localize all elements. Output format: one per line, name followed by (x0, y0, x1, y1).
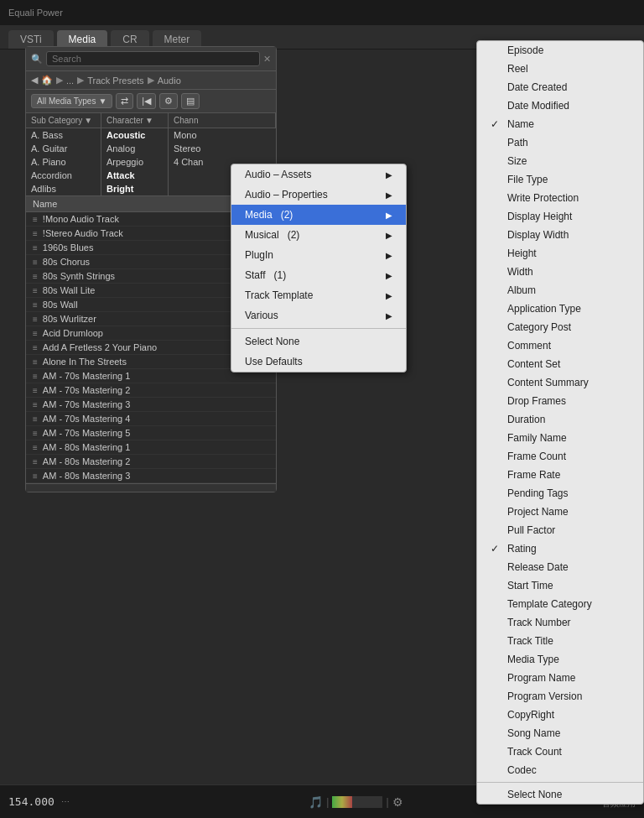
breadcrumb-part3[interactable]: Audio (158, 76, 181, 86)
menu-item-audio-properties[interactable]: Audio – Properties ▶ (231, 185, 406, 205)
settings-gear-icon[interactable]: ⚙ (392, 795, 403, 809)
col-menu-release-date[interactable]: Release Date (477, 558, 643, 576)
chan-item-mono[interactable]: Mono (169, 128, 276, 142)
breadcrumb-back[interactable]: ◀ (31, 75, 38, 86)
col-menu-height[interactable]: Height (477, 244, 643, 263)
transport-sep: | (326, 796, 329, 808)
submenu-arrow-icon2: ▶ (386, 190, 392, 200)
track-icon-1: ≡ (33, 229, 38, 238)
col-menu-file-type[interactable]: File Type (477, 170, 643, 189)
menu-item-media[interactable]: Media (2) ▶ (231, 205, 406, 225)
track-icon-17: ≡ (33, 457, 38, 466)
col-menu-pending-tags[interactable]: Pending Tags (477, 484, 643, 503)
menu-item-plugin[interactable]: PlugIn ▶ (231, 245, 406, 265)
subcat-item-piano[interactable]: A. Piano (26, 155, 101, 169)
track-name-1: !Stereo Audio Track (43, 228, 123, 238)
col-menu-family-name[interactable]: Family Name (477, 429, 643, 447)
col-menu-date-modified[interactable]: Date Modified (477, 96, 643, 115)
char-item-attack[interactable]: Attack (101, 169, 168, 182)
media-type-dropdown[interactable]: All Media Types ▼ (31, 94, 112, 108)
col-menu-frame-rate[interactable]: Frame Rate (477, 466, 643, 484)
menu-item-various[interactable]: Various ▶ (231, 305, 406, 326)
col-menu-content-set[interactable]: Content Set (477, 355, 643, 373)
col-header-channel[interactable]: Chann (169, 113, 276, 128)
col-menu-date-created[interactable]: Date Created (477, 78, 643, 96)
subcat-item-bass[interactable]: A. Bass (26, 128, 101, 142)
track-item-12[interactable]: ≡ AM - 70s Mastering 2 (26, 383, 276, 398)
track-item-16[interactable]: ≡ AM - 80s Mastering 1 (26, 440, 276, 455)
col-menu-codec[interactable]: Codec (477, 761, 643, 779)
menu-separator-1 (231, 328, 406, 329)
col-menu-template-category[interactable]: Template Category (477, 595, 643, 613)
col-header-character[interactable]: Character ▼ (101, 113, 169, 128)
subcat-item-guitar[interactable]: A. Guitar (26, 142, 101, 155)
col-menu-album[interactable]: Album (477, 281, 643, 300)
col-menu-comment[interactable]: Comment (477, 336, 643, 355)
col-menu-drop-frames[interactable]: Drop Frames (477, 392, 643, 410)
col-menu-display-width[interactable]: Display Width (477, 226, 643, 244)
col-menu-project-name[interactable]: Project Name (477, 503, 643, 521)
col-menu-track-number[interactable]: Track Number (477, 613, 643, 632)
subcat-column: A. Bass A. Guitar A. Piano Accordion Adl… (26, 128, 101, 195)
subcat-item-accordion[interactable]: Accordion (26, 169, 101, 182)
track-item-17[interactable]: ≡ AM - 80s Mastering 2 (26, 455, 276, 469)
col-menu-frame-count[interactable]: Frame Count (477, 447, 643, 466)
subcat-item-adlibs[interactable]: Adlibs (26, 182, 101, 195)
view-button[interactable]: ▤ (181, 93, 200, 109)
search-input[interactable] (46, 51, 260, 66)
col-header-subcategory[interactable]: Sub Category ▼ (26, 113, 101, 128)
col-menu-rating[interactable]: ✓ Rating (477, 539, 643, 558)
track-item-13[interactable]: ≡ AM - 70s Mastering 3 (26, 398, 276, 412)
track-icon-14: ≡ (33, 414, 38, 424)
col-menu-start-time[interactable]: Start Time (477, 576, 643, 595)
metronome-icon[interactable]: 🎵 (309, 795, 323, 809)
prev-button[interactable]: |◀ (137, 93, 156, 109)
col-menu-track-count[interactable]: Track Count (477, 742, 643, 761)
char-item-arpeggio[interactable]: Arpeggio (101, 155, 168, 169)
col-menu-track-title[interactable]: Track Title (477, 632, 643, 650)
clear-search-button[interactable]: ✕ (263, 54, 271, 65)
col-menu-media-type[interactable]: Media Type (477, 650, 643, 669)
col-menu-path[interactable]: Path (477, 133, 643, 152)
chan-item-stereo[interactable]: Stereo (169, 142, 276, 155)
toolbar-row: All Media Types ▼ ⇄ |◀ ⚙ ▤ (26, 90, 276, 113)
breadcrumb-part1[interactable]: ... (66, 76, 74, 86)
settings-button[interactable]: ⚙ (159, 93, 178, 109)
col-menu-size[interactable]: Size (477, 152, 643, 170)
char-item-analog[interactable]: Analog (101, 142, 168, 155)
col-menu-write-protection[interactable]: Write Protection (477, 189, 643, 207)
col-menu-name[interactable]: ✓ Name (477, 115, 643, 133)
col-menu-episode[interactable]: Episode (477, 41, 643, 60)
breadcrumb-home[interactable]: 🏠 (41, 75, 53, 86)
menu-item-track-template[interactable]: Track Template ▶ (231, 285, 406, 305)
menu-item-select-none[interactable]: Select None (231, 331, 406, 352)
breadcrumb-part2[interactable]: Track Presets (87, 76, 143, 86)
menu-item-musical[interactable]: Musical (2) ▶ (231, 225, 406, 245)
menu-item-audio-assets[interactable]: Audio – Assets ▶ (231, 164, 406, 185)
shuffle-button[interactable]: ⇄ (116, 93, 133, 109)
col-menu-reel[interactable]: Reel (477, 60, 643, 78)
char-item-acoustic[interactable]: Acoustic (101, 128, 168, 142)
col-menu-content-summary[interactable]: Content Summary (477, 373, 643, 392)
col-menu-program-version[interactable]: Program Version (477, 687, 643, 706)
submenu-arrow-icon: ▶ (386, 170, 392, 180)
menu-item-staff[interactable]: Staff (1) ▶ (231, 265, 406, 285)
char-item-bright[interactable]: Bright (101, 182, 168, 195)
menu-item-use-defaults[interactable]: Use Defaults (231, 352, 406, 372)
col-menu-category-post[interactable]: Category Post (477, 318, 643, 336)
col-menu-display-height[interactable]: Display Height (477, 207, 643, 226)
track-item-14[interactable]: ≡ AM - 70s Mastering 4 (26, 412, 276, 426)
scrollbar[interactable] (26, 483, 276, 492)
col-menu-song-name[interactable]: Song Name (477, 724, 643, 742)
column-headers: Sub Category ▼ Character ▼ Chann (26, 113, 276, 128)
col-menu-select-none[interactable]: Select None (477, 785, 643, 804)
col-menu-program-name[interactable]: Program Name (477, 669, 643, 687)
col-menu-duration[interactable]: Duration (477, 410, 643, 429)
col-menu-copyright[interactable]: CopyRight (477, 706, 643, 724)
col-menu-pull-factor[interactable]: Pull Factor (477, 521, 643, 539)
track-item-15[interactable]: ≡ AM - 70s Mastering 5 (26, 426, 276, 440)
col-menu-width[interactable]: Width (477, 263, 643, 281)
track-icon-2: ≡ (33, 243, 38, 253)
track-item-18[interactable]: ≡ AM - 80s Mastering 3 (26, 469, 276, 483)
col-menu-application-type[interactable]: Application Type (477, 300, 643, 318)
